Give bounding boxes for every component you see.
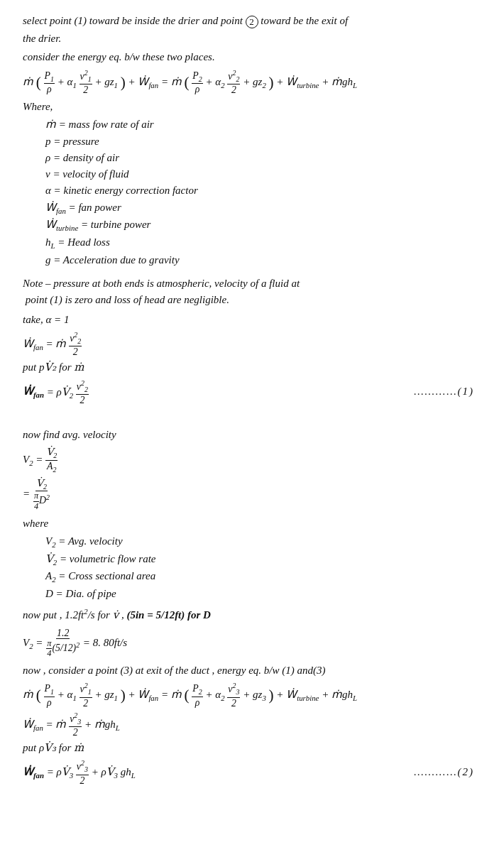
put-pv3: put ρV̇₃ for ṁ [23,740,481,756]
v2-calc: V2 = 1.2 π4(5/12)2 = 8. 80ft/s [23,628,481,659]
def-a2: A2 = Cross sectional area [45,568,481,586]
wfan-eq3: Ẇfan = ρV̇3 v232 + ρV̇3 ghL …………(2) [23,760,481,785]
put-pv: put pV̇₂ for ṁ [23,359,481,376]
def-rho: ρ = density of air [45,150,481,166]
def-v2-avg: V2 = Avg. velocity [45,533,481,551]
find-velocity: now find avg. velocity [23,427,481,443]
def-wturbine: Ẇturbine = turbine power [45,217,481,234]
intro-line2: the drier. [23,31,481,47]
take-alpha: take, α = 1 [23,312,481,328]
where-label: Where, [23,99,481,115]
note-line: Note – pressure at both ends is atmosphe… [23,275,481,309]
def-wfan: Ẇfan = fan power [45,200,481,217]
def-alpha: α = kinetic energy correction factor [45,182,481,199]
def-v: v = velocity of fluid [45,166,481,182]
energy-eq2: ṁ ( P1ρ + α1 v212 + gz1 ) + Ẇfan = ṁ ( P… [23,682,481,708]
v2-eq1: V2 = V̇2A2 [23,447,481,474]
wfan-eq2: Ẇfan = ρV̇2 v222 …………(1) [23,380,481,405]
def-v2dot: V̇2 = volumetric flow rate [45,551,481,569]
def-g: g = Acceleration due to gravity [45,252,481,268]
eq1-label: …………(1) [414,383,481,400]
consider-note: now , consider a point (3) at exit of th… [23,662,481,679]
def-p: p = pressure [45,133,481,150]
intro-line3: consider the energy eq. b/w these two pl… [23,49,481,65]
where2-label: where [23,515,481,532]
def-d: D = Dia. of pipe [45,586,481,602]
v2-eq2: = V̇2 π4D2 [23,478,481,512]
main-content: select point (1) toward be inside the dr… [23,13,481,786]
where-block: Where, ṁ = mass fow rate of air p = pres… [23,99,481,268]
circled-2: 2 [246,16,258,28]
def-mdot: ṁ = mass fow rate of air [45,116,481,133]
wfan-simp: Ẇfan = ṁ v232 + ṁghL [23,712,481,738]
eq2-label: …………(2) [414,764,481,780]
wfan-eq1: Ẇfan = ṁ v222 [23,332,481,357]
intro-line1: select point (1) toward be inside the dr… [23,13,481,29]
energy-eq1: ṁ ( P1ρ + α1 v212 + gz1 ) + Ẇfan = ṁ ( P… [23,70,481,95]
def-hl: hL = Head loss [45,234,481,252]
put-note: now put , 1.2ft2/s for v̇ , (5in = 5/12f… [23,606,481,623]
